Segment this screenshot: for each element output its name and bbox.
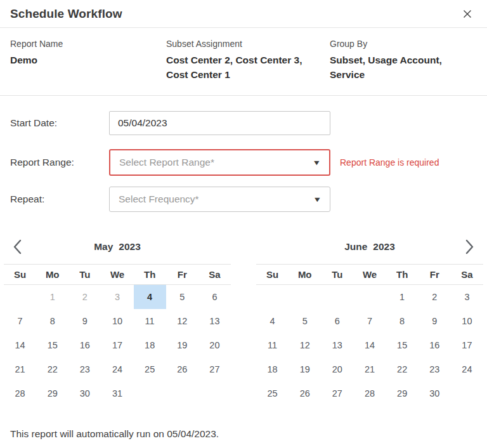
calendar-day[interactable]: 9 — [68, 309, 101, 333]
day-header-we: We — [101, 269, 133, 280]
calendar-day[interactable]: 30 — [68, 381, 101, 405]
calendar-day[interactable]: 2 — [419, 285, 451, 309]
calendar-day-empty — [166, 381, 198, 405]
calendar-day[interactable]: 31 — [101, 381, 133, 405]
report-range-error: Report Range is required — [340, 157, 439, 168]
calendar-day[interactable]: 24 — [101, 357, 133, 381]
calendar-day[interactable]: 23 — [419, 357, 451, 381]
calendar-day[interactable]: 16 — [419, 333, 451, 357]
report-range-label: Report Range: — [10, 157, 109, 168]
repeat-row: Repeat: Select Frequency* ▼ — [10, 187, 477, 212]
calendar-day[interactable]: 5 — [166, 285, 198, 309]
calendar-day-empty — [134, 381, 166, 405]
calendar-day[interactable]: 20 — [198, 333, 231, 357]
calendar-day[interactable]: 27 — [321, 381, 353, 405]
calendar-month: May — [94, 241, 113, 253]
calendar-day[interactable]: 15 — [386, 333, 419, 357]
start-date-label: Start Date: — [10, 117, 109, 129]
calendar-day[interactable]: 26 — [166, 357, 198, 381]
calendar-day[interactable]: 8 — [36, 309, 68, 333]
calendar-day[interactable]: 23 — [68, 357, 101, 381]
summary-report-name: Report Name Demo — [10, 37, 166, 82]
prev-month-icon[interactable] — [9, 238, 27, 256]
day-header-fr: Fr — [419, 269, 451, 280]
calendar-day[interactable]: 26 — [289, 381, 321, 405]
calendar-day[interactable]: 1 — [36, 285, 68, 309]
calendar-day[interactable]: 25 — [134, 357, 166, 381]
calendar-day-empty — [289, 285, 321, 309]
calendar-day[interactable]: 29 — [36, 381, 68, 405]
calendar-day[interactable]: 8 — [386, 309, 419, 333]
calendar-june: June2023 SuMoTuWeThFrSa 1234567891011121… — [256, 230, 483, 405]
calendar-day[interactable]: 22 — [36, 357, 68, 381]
auto-run-note: This report will automatically run on 05… — [0, 405, 487, 440]
calendar-day[interactable]: 18 — [256, 357, 289, 381]
day-header-fr: Fr — [166, 269, 198, 280]
calendar-day[interactable]: 17 — [451, 333, 483, 357]
calendar-day[interactable]: 3 — [101, 285, 133, 309]
calendar-day[interactable]: 28 — [4, 381, 36, 405]
calendar-day[interactable]: 29 — [386, 381, 419, 405]
calendar-day[interactable]: 14 — [353, 333, 386, 357]
calendar-day[interactable]: 6 — [198, 285, 231, 309]
calendar-day[interactable]: 5 — [289, 309, 321, 333]
group-by-label: Group By — [330, 37, 463, 50]
calendar-day[interactable]: 19 — [289, 357, 321, 381]
calendar-day[interactable]: 22 — [386, 357, 419, 381]
calendar-day[interactable]: 4 — [134, 285, 166, 309]
calendar-day[interactable]: 21 — [4, 357, 36, 381]
calendar-day[interactable]: 4 — [256, 309, 289, 333]
schedule-form: Start Date: Report Range: Select Report … — [0, 96, 487, 212]
calendar-day[interactable]: 24 — [451, 357, 483, 381]
calendar-day[interactable]: 20 — [321, 357, 353, 381]
calendar-day[interactable]: 10 — [101, 309, 133, 333]
calendar-day[interactable]: 13 — [321, 333, 353, 357]
calendar-day[interactable]: 12 — [289, 333, 321, 357]
calendar-day[interactable]: 2 — [68, 285, 101, 309]
calendar-day-headers: SuMoTuWeThFrSa — [256, 264, 483, 285]
calendar-day-headers: SuMoTuWeThFrSa — [4, 264, 231, 285]
calendar-day[interactable]: 17 — [101, 333, 133, 357]
start-date-row: Start Date: — [10, 111, 477, 135]
calendar-day[interactable]: 10 — [451, 309, 483, 333]
report-range-row: Report Range: Select Report Range* ▼ Rep… — [10, 149, 477, 176]
next-month-icon[interactable] — [460, 238, 478, 256]
day-header-mo: Mo — [289, 269, 321, 280]
calendar-day[interactable]: 15 — [36, 333, 68, 357]
calendar-day[interactable]: 30 — [419, 381, 451, 405]
calendar-day-empty — [198, 381, 231, 405]
calendar-day[interactable]: 28 — [353, 381, 386, 405]
calendar-day[interactable]: 1 — [386, 285, 419, 309]
calendar-day[interactable]: 7 — [353, 309, 386, 333]
day-header-we: We — [353, 269, 386, 280]
start-date-input[interactable] — [109, 111, 330, 135]
day-header-su: Su — [4, 269, 36, 280]
close-icon[interactable] — [459, 6, 476, 22]
calendar-day[interactable]: 21 — [353, 357, 386, 381]
summary-subset-assignment: Subset Assignment Cost Center 2, Cost Ce… — [166, 37, 330, 82]
workflow-summary: Report Name Demo Subset Assignment Cost … — [0, 28, 487, 96]
calendar-may: May2023 SuMoTuWeThFrSa 12345678910111213… — [4, 230, 231, 405]
calendar-day[interactable]: 9 — [419, 309, 451, 333]
calendar-title: June2023 — [344, 241, 395, 253]
calendar-day[interactable]: 19 — [166, 333, 198, 357]
calendar-day-grid: 1234567891011121314151617181920212223242… — [256, 285, 483, 405]
calendar-day[interactable]: 12 — [166, 309, 198, 333]
calendar-day[interactable]: 11 — [134, 309, 166, 333]
calendar-day[interactable]: 6 — [321, 309, 353, 333]
calendar-day[interactable]: 14 — [4, 333, 36, 357]
calendar-day[interactable]: 25 — [256, 381, 289, 405]
calendar-day[interactable]: 16 — [68, 333, 101, 357]
calendar-day-grid: 1234567891011121314151617181920212223242… — [4, 285, 231, 405]
calendar-day[interactable]: 3 — [451, 285, 483, 309]
calendar-day[interactable]: 13 — [198, 309, 231, 333]
report-range-select[interactable]: Select Report Range* ▼ — [109, 149, 330, 176]
calendar-day[interactable]: 11 — [256, 333, 289, 357]
summary-group-by: Group By Subset, Usage Account, Service — [330, 37, 477, 82]
repeat-select[interactable]: Select Frequency* ▼ — [109, 187, 330, 212]
day-header-th: Th — [386, 269, 419, 280]
calendar-day[interactable]: 18 — [134, 333, 166, 357]
day-header-sa: Sa — [198, 269, 231, 280]
calendar-day[interactable]: 7 — [4, 309, 36, 333]
calendar-day[interactable]: 27 — [198, 357, 231, 381]
